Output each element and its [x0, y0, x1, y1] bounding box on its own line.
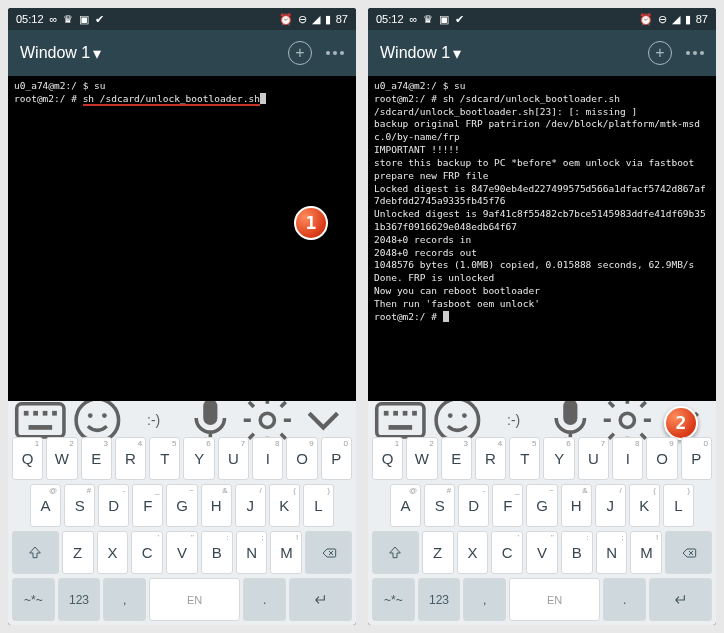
- key-p[interactable]: 0P: [321, 437, 352, 480]
- key-i[interactable]: 8I: [252, 437, 283, 480]
- key-j[interactable]: /J: [235, 484, 266, 527]
- key-g[interactable]: ~G: [526, 484, 557, 527]
- app-bar: Window 1 ▾ +: [8, 30, 356, 76]
- key-y[interactable]: 6Y: [183, 437, 214, 480]
- add-window-button[interactable]: +: [648, 41, 672, 65]
- num-key[interactable]: 123: [418, 578, 461, 621]
- phone-left: 05:12 ∞ ♛ ▣ ✔ ⏰ ⊖ ◢ ▮ 87 Window 1 ▾ + u0…: [8, 8, 356, 625]
- key-f[interactable]: _F: [492, 484, 523, 527]
- key-x[interactable]: X: [457, 531, 489, 574]
- key-z[interactable]: Z: [422, 531, 454, 574]
- key-d[interactable]: -D: [98, 484, 129, 527]
- shift-key[interactable]: [12, 531, 59, 574]
- svg-point-10: [260, 413, 274, 427]
- key-q[interactable]: 1Q: [12, 437, 43, 480]
- key-l[interactable]: )L: [303, 484, 334, 527]
- key-h[interactable]: &H: [561, 484, 592, 527]
- phone-right: 05:12 ∞ ♛ ▣ ✔ ⏰ ⊖ ◢ ▮ 87 Window 1 ▾ + u0…: [368, 8, 716, 625]
- key-f[interactable]: _F: [132, 484, 163, 527]
- backspace-key[interactable]: [305, 531, 352, 574]
- status-bar: 05:12 ∞ ♛ ▣ ✔ ⏰ ⊖ ◢ ▮ 87: [368, 8, 716, 30]
- key-d[interactable]: -D: [458, 484, 489, 527]
- chevron-down-icon: ▾: [453, 44, 461, 63]
- key-o[interactable]: 9O: [286, 437, 317, 480]
- svg-rect-12: [384, 411, 389, 416]
- overflow-menu-button[interactable]: [686, 51, 704, 55]
- text-face[interactable]: :-): [125, 412, 182, 428]
- backspace-key[interactable]: [665, 531, 712, 574]
- key-e[interactable]: 3E: [441, 437, 472, 480]
- window-dropdown[interactable]: Window 1 ▾: [380, 44, 461, 63]
- key-g[interactable]: ~G: [166, 484, 197, 527]
- key-r[interactable]: 4R: [475, 437, 506, 480]
- svg-point-19: [462, 413, 467, 418]
- window-dropdown[interactable]: Window 1 ▾: [20, 44, 101, 63]
- chevron-down-icon: ▾: [93, 44, 101, 63]
- battery-pct: 87: [696, 13, 708, 25]
- key-b[interactable]: :B: [201, 531, 233, 574]
- svg-rect-9: [203, 399, 217, 425]
- key-z[interactable]: Z: [62, 531, 94, 574]
- overflow-menu-button[interactable]: [326, 51, 344, 55]
- battery-icon: ▮: [685, 13, 691, 26]
- key-s[interactable]: #S: [424, 484, 455, 527]
- key-c[interactable]: 'C: [491, 531, 523, 574]
- battery-icon: ▮: [325, 13, 331, 26]
- comma-key[interactable]: ,: [463, 578, 506, 621]
- space-key[interactable]: EN: [149, 578, 240, 621]
- svg-point-17: [436, 399, 479, 442]
- key-v[interactable]: "V: [526, 531, 558, 574]
- infinity-icon: ∞: [50, 13, 58, 25]
- key-o[interactable]: 9O: [646, 437, 677, 480]
- comma-key[interactable]: ,: [103, 578, 146, 621]
- key-p[interactable]: 0P: [681, 437, 712, 480]
- key-s[interactable]: #S: [64, 484, 95, 527]
- key-w[interactable]: 2W: [406, 437, 437, 480]
- key-b[interactable]: :B: [561, 531, 593, 574]
- do-not-disturb-icon: ⊖: [298, 13, 307, 26]
- key-x[interactable]: X: [97, 531, 129, 574]
- key-v[interactable]: "V: [166, 531, 198, 574]
- key-t[interactable]: 5T: [509, 437, 540, 480]
- key-a[interactable]: @A: [390, 484, 421, 527]
- svg-point-6: [76, 399, 119, 442]
- add-window-button[interactable]: +: [288, 41, 312, 65]
- key-t[interactable]: 5T: [149, 437, 180, 480]
- key-k[interactable]: (K: [269, 484, 300, 527]
- key-w[interactable]: 2W: [46, 437, 77, 480]
- key-n[interactable]: ;N: [236, 531, 268, 574]
- sym-key[interactable]: ~*~: [12, 578, 55, 621]
- key-l[interactable]: )L: [663, 484, 694, 527]
- do-not-disturb-icon: ⊖: [658, 13, 667, 26]
- enter-key[interactable]: [649, 578, 712, 621]
- space-key[interactable]: EN: [509, 578, 600, 621]
- key-i[interactable]: 8I: [612, 437, 643, 480]
- key-c[interactable]: 'C: [131, 531, 163, 574]
- key-j[interactable]: /J: [595, 484, 626, 527]
- key-h[interactable]: &H: [201, 484, 232, 527]
- sym-key[interactable]: ~*~: [372, 578, 415, 621]
- key-r[interactable]: 4R: [115, 437, 146, 480]
- battery-pct: 87: [336, 13, 348, 25]
- status-time: 05:12: [376, 13, 404, 25]
- key-u[interactable]: 7U: [218, 437, 249, 480]
- key-m[interactable]: !M: [270, 531, 302, 574]
- key-q[interactable]: 1Q: [372, 437, 403, 480]
- terminal-output[interactable]: u0_a74@m2:/ $ su root@m2:/ # sh /sdcard/…: [8, 76, 356, 401]
- check-icon: ✔: [95, 13, 104, 26]
- text-face[interactable]: :-): [485, 412, 542, 428]
- key-n[interactable]: ;N: [596, 531, 628, 574]
- key-k[interactable]: (K: [629, 484, 660, 527]
- key-e[interactable]: 3E: [81, 437, 112, 480]
- terminal-output[interactable]: u0_a74@m2:/ $ su root@m2:/ # sh /sdcard/…: [368, 76, 716, 401]
- svg-rect-4: [52, 411, 57, 416]
- shift-key[interactable]: [372, 531, 419, 574]
- key-y[interactable]: 6Y: [543, 437, 574, 480]
- enter-key[interactable]: [289, 578, 352, 621]
- period-key[interactable]: .: [243, 578, 286, 621]
- key-m[interactable]: !M: [630, 531, 662, 574]
- key-u[interactable]: 7U: [578, 437, 609, 480]
- key-a[interactable]: @A: [30, 484, 61, 527]
- period-key[interactable]: .: [603, 578, 646, 621]
- num-key[interactable]: 123: [58, 578, 101, 621]
